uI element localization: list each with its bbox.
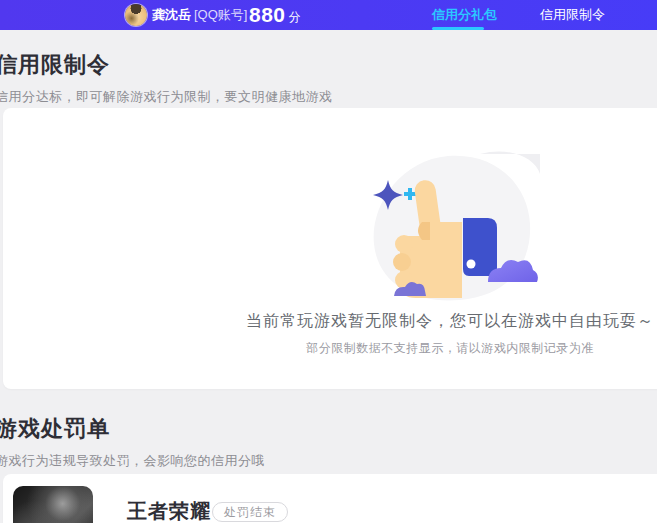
restriction-empty-card: 当前常玩游戏暂无限制令，您可以在游戏中自由玩耍～ 部分限制数据不支持显示，请以游… <box>3 108 657 389</box>
empty-state-message: 当前常玩游戏暂无限制令，您可以在游戏中自由玩耍～ <box>3 311 657 332</box>
restriction-section-header: 信用限制令 信用分达标，即可解除游戏行为限制，要文明健康地游戏 <box>0 50 333 106</box>
username-text: 龚沈岳 <box>152 7 191 22</box>
username: 龚沈岳[QQ账号] <box>152 0 247 30</box>
restriction-section-subtitle: 信用分达标，即可解除游戏行为限制，要文明健康地游戏 <box>0 88 333 106</box>
punishment-section-subtitle: 游戏行为违规导致处罚，会影响您的信用分哦 <box>0 452 265 470</box>
game-thumbnail[interactable] <box>13 486 93 523</box>
top-bar: 龚沈岳[QQ账号] 880 分 信用分礼包 信用限制令 <box>0 0 657 30</box>
punishment-section-header: 游戏处罚单 游戏行为违规导致处罚，会影响您的信用分哦 <box>0 414 265 470</box>
status-badge: 处罚结束 <box>212 502 288 522</box>
game-title: 王者荣耀 <box>127 498 211 523</box>
punishment-section-title: 游戏处罚单 <box>0 414 265 444</box>
tab-credit-restriction[interactable]: 信用限制令 <box>540 0 605 30</box>
user-avatar[interactable] <box>125 4 147 26</box>
punishment-list-card: 王者荣耀 处罚结束 <box>3 474 657 523</box>
sleeve-dot <box>467 260 476 269</box>
empty-state-note: 部分限制数据不支持显示，请以游戏内限制记录为准 <box>3 340 657 357</box>
credit-score-value: 880 <box>249 0 286 30</box>
restriction-section-title: 信用限制令 <box>0 50 333 80</box>
tab-credit-gift-pack[interactable]: 信用分礼包 <box>432 0 497 30</box>
credit-score-unit: 分 <box>289 2 301 32</box>
credit-score: 880 分 <box>249 0 301 30</box>
account-type-label: [QQ账号] <box>194 7 247 22</box>
active-tab-indicator <box>432 27 484 30</box>
thumbs-up-illustration <box>360 144 540 306</box>
